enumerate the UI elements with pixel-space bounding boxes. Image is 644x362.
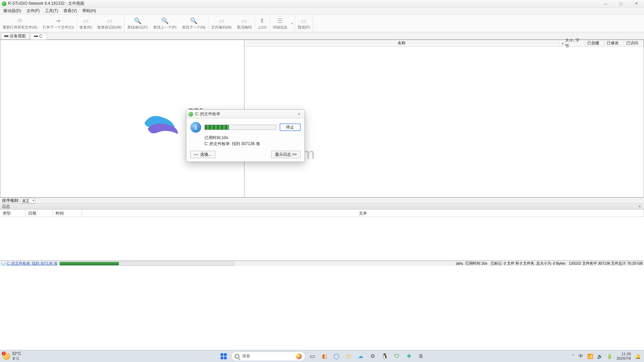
enumeration-dialog: C: 的文件枚举 × i 停止 已用时间:10s C: 的文件枚举: 找到 30…	[186, 109, 305, 162]
taskbar-search[interactable]: 搜索	[231, 352, 305, 361]
weather-icon: 1	[3, 353, 10, 360]
close-button[interactable]: ✕	[629, 0, 644, 7]
tab-drive-c[interactable]: C:	[30, 33, 47, 40]
pinned-app-4[interactable]: ❖	[404, 352, 414, 361]
dialog-close-button[interactable]: ×	[296, 112, 303, 117]
menu-view[interactable]: 查看(V)	[61, 7, 80, 14]
file-check-icon: ▭	[105, 17, 114, 25]
file-mask-button[interactable]: ▭ 文件掩码(M)	[209, 15, 234, 32]
status-percent: 34%	[456, 262, 464, 266]
details-view-button[interactable]: ☰ 详细信息	[270, 15, 290, 32]
wifi-icon[interactable]: 📶	[587, 354, 593, 359]
pinned-app-3[interactable]: 🐧	[380, 352, 390, 361]
dialog-progressbar	[204, 125, 276, 130]
maximize-button[interactable]: ▢	[613, 0, 629, 7]
menu-help[interactable]: 帮助(H)	[80, 7, 99, 14]
search-icon	[235, 354, 239, 359]
status-totals: 133152 文件夹中 307136 文件总计 70.20 GB	[567, 261, 644, 266]
windows-logo-icon	[221, 353, 227, 359]
app-icon	[2, 1, 6, 6]
details-dropdown[interactable]: ▾	[290, 22, 295, 25]
sort-bar: 排序规则: 真正 ▾	[0, 197, 644, 203]
status-elapsed: 已用时间:10s	[464, 261, 489, 266]
col-name[interactable]: 名称	[244, 40, 559, 46]
clock-time: 11:35	[616, 352, 631, 356]
log-col-type[interactable]: 类型	[0, 210, 26, 217]
col-size[interactable]: ▲大小, 字节	[559, 40, 585, 46]
toolbar: ⟳ 重新打并所有文件(R) ➔ 打并下一个文件(O) ▭ 恢复(R) ▭ 恢复标…	[0, 15, 644, 32]
log-body[interactable]	[0, 217, 644, 261]
windows-taskbar: 1 32°C 多云 搜索 ▭ ◧ ◯ 🗀 ☁ ⚙ 🐧 🛡 ❖ 🗎	[0, 350, 644, 362]
status-task-link[interactable]: C: 的文件枚举: 找到 307136 项	[7, 261, 57, 266]
task-view-icon[interactable]: ▭	[307, 352, 317, 361]
ime-indicator[interactable]: 中	[579, 353, 583, 359]
start-button[interactable]	[218, 352, 229, 361]
recover-marked-button[interactable]: ▭ 恢复标记的(M)	[95, 15, 124, 32]
log-col-date[interactable]: 日期	[26, 210, 53, 217]
find-next-button[interactable]: 🔍 查找下一个(N)	[179, 15, 208, 32]
log-title: 日志	[2, 204, 10, 210]
dialog-app-icon	[188, 112, 193, 117]
stop-button[interactable]: 停止	[280, 124, 301, 131]
find-mark-button[interactable]: 🔍 查找/标记(F)	[125, 15, 150, 32]
panel-tabs: 设备视图 C:	[0, 32, 644, 40]
menu-file[interactable]: 文件(F)	[24, 7, 42, 14]
arrow-right-icon: ➔	[54, 17, 63, 25]
security-icon[interactable]: 🛡	[392, 352, 402, 361]
tray-overflow-icon[interactable]: ˄	[572, 354, 574, 359]
log-titlebar: 日志 ×	[0, 203, 644, 210]
taskbar-weather[interactable]: 1 32°C 多云	[0, 351, 24, 361]
reopen-all-button[interactable]: ⟳ 重新打并所有文件(R)	[0, 15, 40, 32]
search-placeholder: 搜索	[242, 353, 250, 359]
file-list-header: 名称 ▲大小, 字节 已创建 已修改 已访问	[244, 40, 644, 47]
pinned-app-2[interactable]: ☁	[356, 352, 366, 361]
weather-desc: 多云	[12, 356, 21, 361]
pinned-app-1[interactable]: ◧	[319, 352, 329, 361]
taskbar-clock[interactable]: 11:35 2024/7/9	[616, 352, 631, 360]
dialog-titlebar[interactable]: C: 的文件枚举 ×	[186, 110, 305, 119]
log-col-time[interactable]: 时间	[53, 210, 82, 217]
weather-temp: 32°C	[12, 351, 21, 356]
settings-icon[interactable]: ⚙	[368, 352, 378, 361]
up-arrow-icon: ⬆	[258, 17, 267, 25]
recover-button[interactable]: ▭ 恢复(R)	[77, 15, 95, 32]
drive-icon	[34, 34, 38, 38]
find-prev-button[interactable]: 🔍 查找上一个(P)	[150, 15, 179, 32]
sort-asc-icon: ▲	[561, 41, 564, 45]
sort-label: 排序规则:	[2, 198, 19, 203]
log-close-button[interactable]: ×	[637, 204, 642, 209]
busy-spinner-icon	[1, 262, 5, 266]
menu-bar: 驱动器(D) 文件(F) 工具(T) 查看(V) 帮助(H)	[0, 7, 644, 15]
file-icon: ▭	[81, 17, 91, 25]
sort-rule-select[interactable]: 真正 ▾	[20, 198, 35, 203]
battery-icon[interactable]: 🔋	[607, 354, 612, 359]
log-col-text[interactable]: 文本	[82, 210, 644, 217]
col-accessed[interactable]: 已访问	[624, 40, 644, 46]
options-icon	[194, 152, 199, 157]
mask-cancel-icon: ▭	[240, 17, 249, 25]
go-up-button[interactable]: ⬆ 上(U)	[255, 15, 270, 32]
window-title: R-STUDIO Network 9.4.191332 - 文件视图	[8, 1, 84, 6]
show-log-button[interactable]: 显示日志 >>	[271, 151, 301, 158]
file-explorer-icon[interactable]: 🗀	[343, 352, 354, 361]
info-icon: i	[190, 122, 201, 133]
preview-icon: ▭	[299, 17, 309, 25]
pinned-app-5[interactable]: 🗎	[416, 352, 426, 361]
search-highlight-icon	[296, 353, 302, 359]
open-next-button[interactable]: ➔ 打并下一个文件(O)	[40, 15, 77, 32]
col-created[interactable]: 已创建	[585, 40, 605, 46]
minimize-button[interactable]: —	[598, 0, 613, 7]
status-bar: C: 的文件枚举: 找到 307136 项 34% 已用时间:10s 已标记: …	[0, 261, 644, 266]
cancel-mask-button[interactable]: ▭ 取消掩码	[234, 15, 255, 32]
options-button[interactable]: 选项...	[190, 151, 215, 158]
tab-device-view[interactable]: 设备视图	[1, 33, 30, 39]
col-modified[interactable]: 已修改	[605, 40, 624, 46]
volume-icon[interactable]: 🔊	[597, 354, 603, 359]
preview-button[interactable]: ▭ 预览(P)	[295, 15, 313, 32]
notifications-icon[interactable]: 🔔	[635, 354, 641, 359]
dialog-progress-text: C: 的文件枚举: 找到 307136 项	[204, 141, 301, 147]
chevron-down-icon: ▾	[33, 199, 34, 202]
menu-drives[interactable]: 驱动器(D)	[1, 7, 24, 14]
menu-tools[interactable]: 工具(T)	[42, 7, 61, 14]
edge-icon[interactable]: ◯	[331, 352, 341, 361]
